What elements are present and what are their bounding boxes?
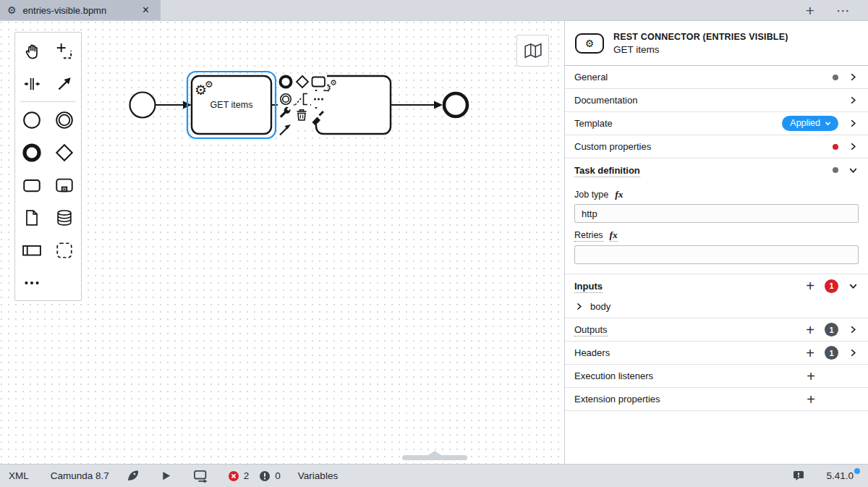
intermediate-event-icon (56, 112, 72, 128)
section-label: Documentation (574, 95, 637, 106)
data-indicator-dot (833, 75, 838, 80)
properties-panel: ⚙ REST CONNECTOR (ENTRIES VISIBLE) GET i… (564, 21, 868, 464)
feel-fx-icon[interactable]: fx (615, 189, 623, 200)
new-tab-button[interactable]: + (806, 3, 814, 18)
input-item-body[interactable]: body (565, 297, 868, 318)
gateway-icon (57, 145, 72, 160)
section-label: Template (574, 118, 613, 130)
section-template[interactable]: Template Applied (565, 112, 868, 135)
warning-icon (260, 471, 270, 481)
badge-label: Applied (790, 118, 820, 128)
create-group[interactable] (48, 234, 82, 266)
engine-version-selector[interactable]: Camunda 8.7 (51, 470, 109, 481)
create-intermediate-event[interactable] (48, 103, 82, 136)
expand-panel-arrow (428, 451, 441, 455)
section-label: Outputs (574, 324, 608, 336)
service-task-gear-icon: ⚙ (330, 78, 337, 87)
create-data-object[interactable] (15, 201, 48, 234)
add-input-button[interactable]: + (805, 279, 815, 293)
more-append-options-icon[interactable] (314, 98, 323, 101)
tab-title: entries-visible.bpmn (23, 5, 136, 16)
create-start-event[interactable] (15, 103, 48, 136)
warning-count[interactable]: 0 (259, 470, 281, 482)
properties-panel-header: ⚙ REST CONNECTOR (ENTRIES VISIBLE) GET i… (565, 21, 868, 66)
start-event[interactable] (130, 93, 156, 118)
deploy-button[interactable] (127, 470, 139, 482)
add-header-button[interactable]: + (805, 346, 815, 360)
run-process-icon (195, 470, 208, 482)
play-icon (163, 472, 170, 480)
ellipsis-icon (25, 281, 38, 284)
participant-pool-icon (23, 245, 41, 255)
lasso-tool[interactable] (48, 35, 82, 67)
xml-label: XML (9, 470, 29, 481)
create-task[interactable] (15, 169, 48, 201)
section-headers[interactable]: Headers + 1 (565, 342, 868, 365)
create-gateway[interactable] (48, 136, 82, 169)
tab-overflow-button[interactable]: ⋯ (836, 4, 851, 17)
error-icon (229, 471, 239, 481)
section-task-definition[interactable]: Task definition (565, 158, 868, 182)
section-general[interactable]: General (565, 66, 868, 89)
sequence-flow-start-to-task[interactable] (156, 101, 192, 109)
section-execution-listeners[interactable]: Execution listeners + (565, 365, 868, 388)
error-count[interactable]: 2 (228, 470, 250, 482)
task-get-items[interactable]: ⚙ ⚙ GET items (192, 76, 271, 134)
task-unnamed[interactable]: ⚙ ⚙ (316, 76, 391, 134)
diagram-svg: ⚙ ⚙ GET items ⚙ ⚙ (0, 21, 564, 464)
minimap-toggle-button[interactable] (516, 35, 549, 67)
start-instance-button[interactable] (161, 470, 171, 481)
section-extension-properties[interactable]: Extension properties + (565, 388, 868, 411)
bpmn-canvas[interactable]: ⚙ ⚙ GET items ⚙ ⚙ (0, 21, 564, 464)
add-execution-listener-button[interactable]: + (806, 369, 816, 384)
section-label: Headers (574, 347, 610, 359)
close-tab-icon[interactable]: × (142, 4, 149, 16)
job-type-input[interactable] (574, 204, 859, 223)
create-participant[interactable] (15, 234, 48, 266)
variables-label: Variables (298, 470, 338, 481)
lasso-icon (57, 43, 72, 58)
map-icon (525, 44, 541, 57)
tab-bar-actions: + ⋯ (806, 0, 868, 20)
retries-input[interactable] (574, 245, 859, 264)
section-label: Custom properties (574, 141, 651, 153)
feedback-bubble-icon (793, 471, 804, 480)
create-data-store[interactable] (48, 201, 82, 234)
play-mode-button[interactable] (193, 470, 209, 483)
tab-entries-visible[interactable]: ⚙ entries-visible.bpmn × (0, 0, 161, 20)
app-version[interactable]: 5.41.0 (826, 470, 859, 481)
chevron-down-icon (824, 119, 832, 127)
chevron-down-icon (848, 165, 859, 176)
section-outputs[interactable]: Outputs + 1 (565, 318, 868, 342)
section-documentation[interactable]: Documentation (565, 89, 868, 112)
feel-fx-icon[interactable]: fx (610, 229, 618, 242)
feedback-button[interactable] (793, 470, 804, 481)
hand-tool[interactable] (15, 35, 48, 67)
data-store-icon (58, 211, 71, 225)
create-end-event[interactable] (15, 136, 48, 169)
space-tool[interactable] (15, 67, 48, 100)
section-custom-properties[interactable]: Custom properties (565, 135, 868, 158)
variables-button[interactable]: Variables (298, 470, 338, 481)
bpmn-gear-icon: ⚙ (7, 5, 17, 15)
input-item-label: body (590, 301, 610, 312)
section-label: Extension properties (574, 394, 660, 405)
bottom-panel-resize-handle[interactable] (402, 455, 467, 460)
chevron-right-icon (848, 95, 859, 106)
palette-separator (20, 101, 76, 102)
xml-view-toggle[interactable]: XML (9, 470, 29, 481)
add-output-button[interactable]: + (805, 323, 815, 337)
section-inputs[interactable]: Inputs + 1 (565, 274, 868, 297)
data-indicator-dot (833, 167, 838, 173)
section-label: General (574, 72, 608, 83)
error-count-value: 2 (244, 470, 250, 481)
palette-more-tools[interactable] (15, 266, 48, 299)
version-label: 5.41.0 (826, 470, 854, 481)
create-subprocess[interactable] (48, 169, 82, 201)
add-extension-property-button[interactable]: + (806, 392, 816, 407)
end-event[interactable] (444, 93, 467, 117)
template-applied-badge[interactable]: Applied (782, 116, 838, 131)
global-connect-tool[interactable] (48, 67, 82, 100)
engine-label: Camunda 8.7 (51, 470, 109, 481)
sequence-flow-task-to-end[interactable] (391, 101, 443, 109)
